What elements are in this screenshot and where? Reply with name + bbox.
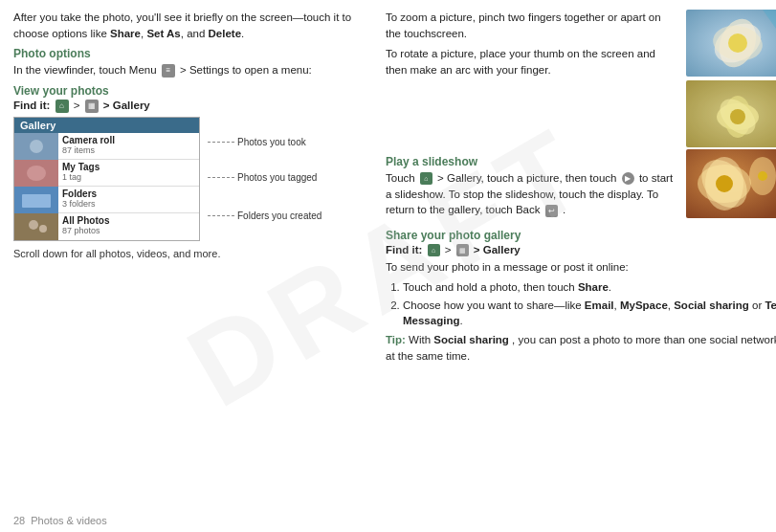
play-slideshow-text: Touch ⌂ > Gallery, touch a picture, then…: [386, 170, 676, 218]
tip-label: Tip:: [386, 334, 406, 345]
svg-point-27: [758, 171, 767, 181]
gallery-row-all: All Photos 87 photos: [14, 213, 199, 240]
photo-options-text: In the viewfinder, touch Menu ≡ > Settin…: [13, 62, 366, 78]
zoom-image: [686, 10, 776, 77]
share-find-it-label: Find it:: [386, 244, 422, 255]
share-step-1: Touch and hold a photo, then touch Share…: [403, 279, 776, 295]
thumb-camera: [14, 133, 58, 160]
svg-point-7: [29, 220, 38, 230]
gallery-header: Gallery: [14, 118, 199, 133]
svg-point-3: [27, 166, 46, 181]
home-icon-2: ⌂: [420, 172, 432, 185]
tip-bold: Social sharing: [433, 334, 509, 345]
camera-roll-info: Camera roll 87 items: [58, 133, 199, 159]
page-section: Photos & videos: [31, 515, 107, 526]
gallery-row-folders: Folders 3 folders: [14, 187, 199, 213]
svg-point-25: [716, 175, 733, 192]
all-photos-title: All Photos: [62, 215, 195, 226]
email-bold: Email: [585, 299, 614, 311]
thumb-tags: [14, 160, 58, 187]
share-gallery-heading: Share your photo gallery: [386, 229, 776, 242]
delete-bold: Delete: [209, 28, 242, 39]
find-it-row: Find it: ⌂ > ▦ > Gallery: [13, 100, 366, 113]
folders-sub: 3 folders: [62, 199, 195, 209]
folders-info: Folders 3 folders: [58, 187, 199, 212]
gallery-mock: Gallery Camera roll 87 items: [13, 117, 200, 241]
share-gallery-label: > Gallery: [474, 244, 521, 255]
gallery-icon: ▦: [85, 100, 99, 113]
all-photos-sub: 87 photos: [62, 226, 195, 235]
share-step-2: Choose how you want to share—like Email,…: [403, 298, 776, 328]
gallery-row-camera: Camera roll 87 items: [14, 133, 199, 160]
menu-icon: ≡: [162, 64, 175, 78]
svg-point-13: [728, 33, 747, 53]
tags-sub: 1 tag: [62, 172, 195, 182]
camera-roll-title: Camera roll: [62, 135, 195, 145]
annotation-1: Photos you took: [208, 137, 321, 147]
share-find-it-row: Find it: ⌂ > ▦ > Gallery: [386, 244, 776, 256]
rotate-image: [686, 80, 776, 147]
page-number: 28: [13, 515, 25, 526]
svg-point-1: [30, 140, 43, 153]
all-photos-info: All Photos 87 photos: [58, 213, 199, 240]
dash-1: [208, 142, 234, 143]
svg-rect-20: [686, 80, 776, 147]
right-images-top: [686, 10, 776, 147]
tags-title: My Tags: [62, 162, 195, 172]
share-steps-list: Touch and hold a photo, then touch Share…: [403, 279, 776, 328]
find-it-label: Find it:: [13, 100, 50, 111]
social-sharing-bold: Social sharing: [674, 299, 749, 311]
view-photos-heading: View your photos: [13, 84, 366, 98]
gallery-row-tags: My Tags 1 tag: [14, 160, 199, 187]
svg-rect-5: [22, 194, 51, 208]
dash-3: [208, 215, 234, 216]
gallery-label: > Gallery: [103, 100, 150, 111]
annotation-2: Photos you tagged: [208, 172, 321, 183]
home-icon-3: ⌂: [428, 244, 440, 256]
scroll-text: Scroll down for all photos, videos, and …: [13, 247, 366, 262]
share-bold: Share: [110, 28, 141, 39]
photo-options-heading: Photo options: [13, 47, 366, 60]
camera-roll-sub: 87 items: [62, 145, 195, 155]
folders-title: Folders: [62, 188, 195, 199]
thumb-folders: [14, 187, 58, 213]
gallery-annotations: Photos you took Photos you tagged Folder…: [208, 117, 321, 232]
intro-paragraph: After you take the photo, you'll see it …: [13, 10, 366, 41]
slideshow-image: [686, 149, 776, 218]
home-icon: ⌂: [55, 100, 69, 113]
annotation-3: Folders you created: [208, 211, 321, 221]
tags-info: My Tags 1 tag: [58, 160, 199, 186]
set-as-bold: Set As: [146, 28, 180, 39]
gallery-icon-2: ▦: [456, 244, 469, 256]
share-bold-step1: Share: [578, 281, 609, 293]
thumb-all: [14, 213, 58, 240]
tip-paragraph: Tip: With Social sharing , you can post …: [386, 332, 776, 364]
page-footer: 28 Photos & videos: [13, 515, 107, 526]
play-slideshow-heading: Play a slideshow: [386, 155, 676, 168]
svg-point-8: [39, 225, 47, 233]
share-intro: To send your photo in a message or post …: [386, 259, 776, 276]
myspace-bold: MySpace: [620, 299, 668, 311]
play-icon: ▶: [622, 172, 634, 185]
dash-2: [208, 177, 234, 178]
back-icon: ↩: [545, 205, 558, 217]
